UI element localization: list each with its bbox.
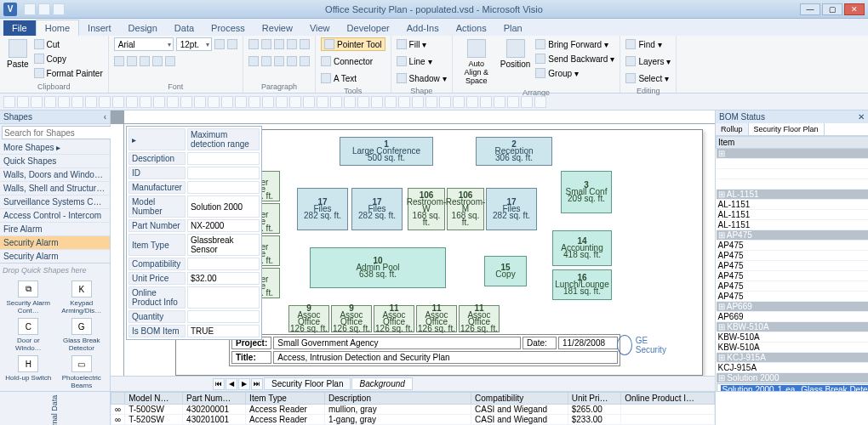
rotate-icon[interactable] bbox=[287, 56, 297, 66]
font-family-select[interactable]: Arial bbox=[114, 37, 174, 51]
bom-row[interactable]: KBW-510A1ea.Camera / Lens bbox=[717, 332, 869, 343]
bold-icon[interactable] bbox=[114, 56, 124, 66]
external-data-tab[interactable]: External Data bbox=[51, 394, 60, 425]
bom-row[interactable]: 1ea.Angle of View bbox=[717, 179, 869, 190]
sd-value[interactable] bbox=[187, 286, 260, 309]
autoalign-button[interactable]: Auto Align & Space bbox=[458, 37, 495, 87]
bom-row[interactable]: ⊞ AL-11513 bbox=[717, 190, 869, 200]
toolbar-btn-1[interactable] bbox=[17, 96, 29, 108]
bom-row[interactable]: AL-11511ea.Access Door Reader bbox=[717, 210, 869, 220]
tab-nav-next[interactable]: ▶ bbox=[238, 378, 250, 390]
toolbar-btn-26[interactable] bbox=[357, 96, 369, 108]
room[interactable]: 15Copy bbox=[484, 256, 527, 286]
shape-master[interactable]: GGlass Break Detector bbox=[57, 318, 107, 352]
bom-tab-rollup[interactable]: Rollup bbox=[716, 123, 749, 135]
qat-redo-icon[interactable] bbox=[53, 3, 65, 15]
toolbar-btn-33[interactable] bbox=[453, 96, 465, 108]
connector-tool-button[interactable]: Connector bbox=[321, 54, 373, 68]
tab-insert[interactable]: Insert bbox=[79, 20, 120, 36]
sd-value[interactable]: Solution 2000 bbox=[187, 196, 260, 218]
bom-row[interactable]: AP4751ea.Motion Detector bbox=[717, 251, 869, 261]
qat-save-icon[interactable] bbox=[24, 3, 36, 15]
room[interactable]: 9Assoc Office126 sq. ft. bbox=[331, 305, 372, 332]
toolbar-btn-39[interactable] bbox=[534, 96, 546, 108]
ext-col[interactable]: Model N… bbox=[125, 393, 183, 405]
shape-search-input[interactable] bbox=[2, 126, 115, 139]
room[interactable]: 17Files282 sq. ft. bbox=[351, 188, 403, 230]
toolbar-btn-17[interactable] bbox=[235, 96, 247, 108]
room[interactable]: 11Assoc Office126 sq. ft. bbox=[416, 305, 457, 332]
room[interactable]: 11Assoc Office126 sq. ft. bbox=[459, 305, 500, 332]
room[interactable]: 106Restroom-M168 sq. ft. bbox=[447, 188, 484, 230]
bom-row[interactable]: AP4751ea.Motion Detector bbox=[717, 271, 869, 281]
underline-icon[interactable] bbox=[140, 56, 150, 66]
shape-master[interactable]: KKeypad Arming/Dis… bbox=[57, 280, 107, 314]
tab-nav-last[interactable]: ⏭ bbox=[251, 378, 263, 390]
toolbar-btn-31[interactable] bbox=[425, 96, 437, 108]
toolbar-btn-18[interactable] bbox=[248, 96, 260, 108]
toolbar-btn-11[interactable] bbox=[153, 96, 165, 108]
stencil-item[interactable]: Walls, Shell and Structure (US u… bbox=[0, 182, 110, 196]
shape-master[interactable]: HHold-up Switch bbox=[3, 355, 54, 389]
align-center-icon[interactable] bbox=[261, 56, 271, 66]
layers-button[interactable]: Layers ▾ bbox=[625, 54, 671, 68]
send-backward-button[interactable]: Send Backward ▾ bbox=[535, 52, 614, 65]
group-button[interactable]: Group ▾ bbox=[535, 66, 614, 80]
tab-developer[interactable]: Developer bbox=[339, 20, 398, 36]
more-shapes-item[interactable]: More Shapes ▸ bbox=[0, 141, 110, 155]
ext-row[interactable]: ∞T-520SW430201001Access Reader1-gang, gr… bbox=[111, 415, 715, 425]
toolbar-btn-27[interactable] bbox=[371, 96, 383, 108]
tab-home[interactable]: Home bbox=[36, 20, 79, 36]
toolbar-btn-29[interactable] bbox=[398, 96, 410, 108]
bom-row[interactable]: ⊞3 bbox=[717, 149, 869, 159]
bom-row[interactable]: AP4751ea.Motion Detector bbox=[717, 241, 869, 251]
maximize-button[interactable]: ▢ bbox=[822, 3, 842, 15]
tab-nav-first[interactable]: ⏮ bbox=[213, 378, 225, 390]
tab-plan[interactable]: Plan bbox=[495, 20, 531, 36]
bom-row[interactable]: AL-11511ea.Access Door Reader bbox=[717, 200, 869, 210]
shape-data-window[interactable]: ▸Maximum detection range DescriptionIDMa… bbox=[126, 126, 262, 340]
sd-value[interactable]: Glassbreak Sensor bbox=[187, 234, 260, 256]
outdent-icon[interactable] bbox=[300, 56, 310, 66]
bom-row[interactable]: ⊞ AP6691 bbox=[717, 302, 869, 312]
bom-row[interactable]: AP6691ea.Ceiling Motion Detector bbox=[717, 312, 869, 322]
tab-data[interactable]: Data bbox=[166, 20, 203, 36]
toolbar-btn-21[interactable] bbox=[289, 96, 301, 108]
italic-icon[interactable] bbox=[127, 56, 137, 66]
toolbar-btn-9[interactable] bbox=[126, 96, 138, 108]
bom-col[interactable]: Item bbox=[717, 137, 869, 149]
align-bot-icon[interactable] bbox=[274, 39, 284, 49]
room[interactable]: 9Assoc Office126 sq. ft. bbox=[288, 305, 329, 332]
align-mid-icon[interactable] bbox=[261, 39, 271, 49]
toolbar-btn-23[interactable] bbox=[317, 96, 328, 108]
shape-master[interactable]: ▭Photoelectric Beams bbox=[57, 355, 107, 389]
toolbar-btn-35[interactable] bbox=[480, 96, 492, 108]
tab-security-floor-plan[interactable]: Security Floor Plan bbox=[264, 377, 351, 390]
sd-value[interactable] bbox=[187, 258, 260, 270]
format-painter-button[interactable]: Format Painter bbox=[34, 66, 103, 80]
toolbar-btn-25[interactable] bbox=[344, 96, 356, 108]
bom-row[interactable]: AP4751ea.Motion Detector bbox=[717, 292, 869, 302]
bom-close-icon[interactable]: ✕ bbox=[858, 112, 865, 122]
grow-font-icon[interactable] bbox=[214, 39, 225, 49]
room[interactable]: 10Admin Pool638 sq. ft. bbox=[310, 247, 446, 288]
bullets-icon[interactable] bbox=[287, 39, 297, 49]
ext-col[interactable]: Part Num… bbox=[183, 393, 246, 405]
tab-add-ins[interactable]: Add-Ins bbox=[398, 20, 448, 36]
minimize-button[interactable]: — bbox=[800, 3, 820, 15]
ext-col[interactable]: Online Product I… bbox=[621, 393, 715, 405]
sd-value[interactable] bbox=[187, 152, 260, 165]
position-button[interactable]: Position bbox=[499, 37, 533, 71]
close-button[interactable]: ✕ bbox=[844, 3, 865, 15]
tab-file[interactable]: File bbox=[3, 20, 36, 36]
tab-actions[interactable]: Actions bbox=[448, 20, 495, 36]
line-button[interactable]: Line ▾ bbox=[397, 54, 432, 68]
toolbar-btn-22[interactable] bbox=[303, 96, 315, 108]
font-color-icon[interactable] bbox=[165, 56, 175, 66]
bom-row[interactable]: AP4751ea.Motion Detector bbox=[717, 261, 869, 271]
toolbar-btn-10[interactable] bbox=[140, 96, 151, 108]
toolbar-btn-7[interactable] bbox=[99, 96, 111, 108]
room[interactable]: 16Lunch/Lounge181 sq. ft. bbox=[552, 269, 612, 300]
room[interactable]: 1Large Conference500 sq. ft. bbox=[340, 137, 433, 166]
bring-forward-button[interactable]: Bring Forward ▾ bbox=[535, 37, 614, 51]
